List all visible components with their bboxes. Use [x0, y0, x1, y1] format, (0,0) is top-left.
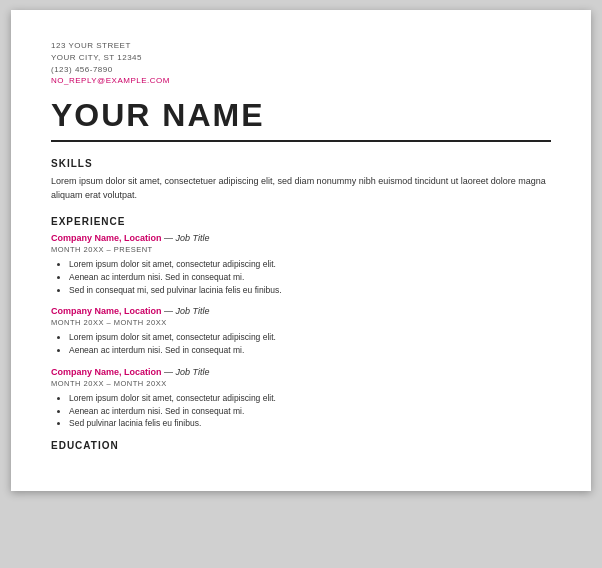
education-section: EDUCATION	[51, 440, 551, 451]
bullet-3-1: Lorem ipsum dolor sit amet, consectetur …	[69, 392, 551, 405]
company-line-1: Company Name, Location — Job Title	[51, 233, 551, 243]
date-line-1: MONTH 20XX – PRESENT	[51, 245, 551, 254]
job-title-3: Job Title	[176, 367, 210, 377]
skills-title: SKILLS	[51, 158, 551, 169]
job-title-1: Job Title	[176, 233, 210, 243]
phone-line: (123) 456-7890	[51, 64, 551, 76]
dash-1: —	[162, 233, 176, 243]
job-3: Company Name, Location — Job Title MONTH…	[51, 367, 551, 430]
company-line-3: Company Name, Location — Job Title	[51, 367, 551, 377]
job-2: Company Name, Location — Job Title MONTH…	[51, 306, 551, 357]
bullet-2-2: Aenean ac interdum nisi. Sed in consequa…	[69, 344, 551, 357]
city-line: YOUR CITY, ST 12345	[51, 52, 551, 64]
bullet-list-3: Lorem ipsum dolor sit amet, consectetur …	[51, 392, 551, 430]
name-heading: YOUR NAME	[51, 97, 551, 134]
contact-block: 123 YOUR STREET YOUR CITY, ST 12345 (123…	[51, 40, 551, 85]
dash-3: —	[162, 367, 176, 377]
bullet-2-1: Lorem ipsum dolor sit amet, consectetur …	[69, 331, 551, 344]
education-title: EDUCATION	[51, 440, 551, 451]
name-divider	[51, 140, 551, 142]
job-title-2: Job Title	[176, 306, 210, 316]
date-line-3: MONTH 20XX – MONTH 20XX	[51, 379, 551, 388]
experience-section: EXPERIENCE Company Name, Location — Job …	[51, 216, 551, 430]
bullet-1-2: Aenean ac interdum nisi. Sed in consequa…	[69, 271, 551, 284]
bullet-list-2: Lorem ipsum dolor sit amet, consectetur …	[51, 331, 551, 357]
skills-section: SKILLS Lorem ipsum dolor sit amet, conse…	[51, 158, 551, 202]
email-line: NO_REPLY@EXAMPLE.COM	[51, 76, 551, 85]
job-1: Company Name, Location — Job Title MONTH…	[51, 233, 551, 296]
bullet-1-1: Lorem ipsum dolor sit amet, consectetur …	[69, 258, 551, 271]
skills-body: Lorem ipsum dolor sit amet, consectetuer…	[51, 175, 551, 202]
experience-title: EXPERIENCE	[51, 216, 551, 227]
company-line-2: Company Name, Location — Job Title	[51, 306, 551, 316]
resume-page: 123 YOUR STREET YOUR CITY, ST 12345 (123…	[11, 10, 591, 491]
date-line-2: MONTH 20XX – MONTH 20XX	[51, 318, 551, 327]
bullet-3-2: Aenean ac interdum nisi. Sed in consequa…	[69, 405, 551, 418]
company-name-2: Company Name, Location	[51, 306, 162, 316]
bullet-3-3: Sed pulvinar lacinia felis eu finibus.	[69, 417, 551, 430]
bullet-1-3: Sed in consequat mi, sed pulvinar lacini…	[69, 284, 551, 297]
company-name-3: Company Name, Location	[51, 367, 162, 377]
company-name-1: Company Name, Location	[51, 233, 162, 243]
bullet-list-1: Lorem ipsum dolor sit amet, consectetur …	[51, 258, 551, 296]
dash-2: —	[162, 306, 176, 316]
street-line: 123 YOUR STREET	[51, 40, 551, 52]
